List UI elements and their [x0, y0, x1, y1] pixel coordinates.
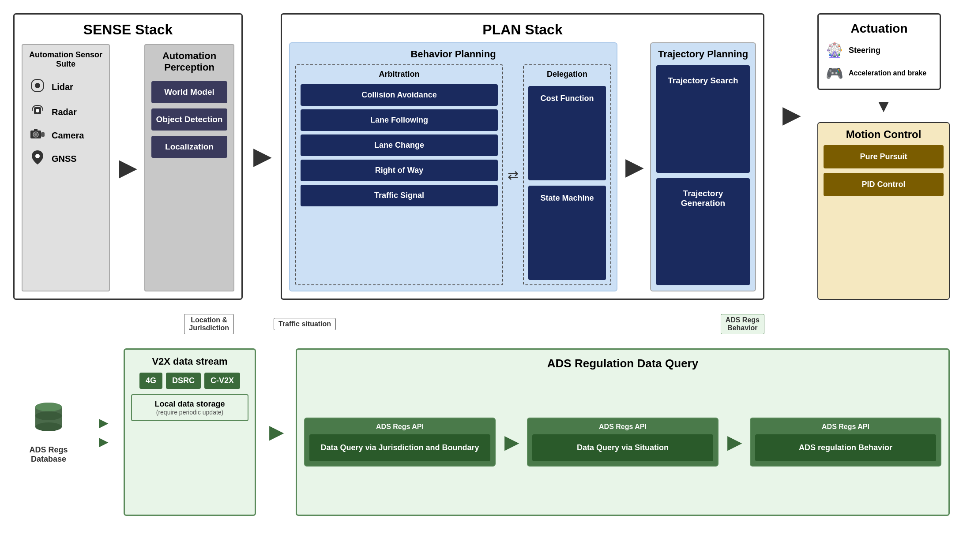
behavior-planning: Behavior Planning Arbitration Collision … — [289, 42, 617, 291]
object-detection: Object Detection — [151, 108, 227, 131]
local-storage: Local data storage (require periodic upd… — [131, 394, 248, 421]
plan-title: PLAN Stack — [289, 22, 756, 38]
steering-icon: 🎡 — [826, 42, 843, 59]
v2x-box: V2X data stream 4G DSRC C-V2X Local data… — [124, 348, 256, 516]
actuation-brake: 🎮 Acceleration and brake — [826, 65, 933, 82]
ads-api-2: ADS Regs API Data Query via Situation — [527, 418, 718, 467]
v2x-title: V2X data stream — [131, 356, 248, 367]
traffic-situation-label: Traffic situation — [274, 318, 336, 330]
perception-title: Automation Perception — [151, 50, 227, 73]
ads-api-3: ADS Regs API ADS regulation Behavior — [750, 418, 941, 467]
sensor-gnss: GNSS — [29, 149, 103, 168]
sense-inner: Automation Sensor Suite L — [22, 44, 234, 291]
plan-inner: Behavior Planning Arbitration Collision … — [289, 42, 756, 291]
sensor-camera: Camera — [29, 128, 103, 143]
camera-icon — [29, 128, 46, 143]
delegation-col: Delegation Cost Function State Machine — [523, 64, 611, 285]
deleg-cost-function: Cost Function — [528, 86, 606, 180]
svg-point-2 — [36, 109, 39, 112]
proto-cv2x: C-V2X — [204, 373, 240, 389]
db-v2x-arrow-bottom: ▶ — [99, 434, 109, 449]
api3-content: ADS regulation Behavior — [755, 434, 936, 461]
svg-point-11 — [35, 422, 62, 431]
ads-db: ADS RegsDatabase — [13, 348, 84, 516]
brake-label: Acceleration and brake — [849, 69, 926, 77]
db-icon — [33, 400, 64, 442]
sense-to-perception-arrow: ▶ — [117, 44, 137, 291]
lidar-icon — [29, 78, 46, 97]
sensor-suite: Automation Sensor Suite L — [22, 44, 110, 291]
local-storage-title: Local data storage — [136, 399, 243, 409]
svg-point-0 — [35, 83, 40, 88]
behavior-columns: Arbitration Collision Avoidance Lane Fol… — [295, 64, 611, 285]
traj-search: Trajectory Search — [656, 65, 750, 173]
gnss-label: GNSS — [52, 154, 77, 164]
svg-rect-7 — [41, 132, 45, 137]
trajectory-planning: Trajectory Planning Trajectory Search Tr… — [650, 42, 756, 291]
connector-row: Location &Jurisdiction Traffic situation… — [13, 309, 950, 340]
pure-pursuit: Pure Pursuit — [824, 145, 944, 168]
plan-actuation-arrow: ▶ — [781, 102, 801, 128]
sense-plan-arrow: ▶ — [252, 13, 272, 300]
main-container: SENSE Stack Automation Sensor Suite — [0, 0, 963, 560]
arbitration-col: Arbitration Collision Avoidance Lane Fol… — [295, 64, 503, 285]
behavior-traj-arrow: ▶ — [624, 42, 644, 291]
sensor-radar: Radar — [29, 103, 103, 122]
bottom-row: ADS RegsDatabase ▶ ▶ V2X data stream 4G … — [13, 348, 950, 516]
steering-label: Steering — [849, 46, 880, 55]
world-model: World Model — [151, 81, 227, 103]
actuation-items: 🎡 Steering 🎮 Acceleration and brake — [826, 42, 933, 82]
ads-db-label: ADS RegsDatabase — [29, 445, 68, 464]
behavior-planning-title: Behavior Planning — [295, 49, 611, 60]
arb-collision: Collision Avoidance — [301, 84, 498, 106]
arbitration-title: Arbitration — [301, 70, 498, 79]
api1-api2-arrow: ▶ — [504, 432, 518, 452]
location-jurisdiction-label: Location &Jurisdiction — [184, 314, 234, 334]
sense-stack: SENSE Stack Automation Sensor Suite — [13, 13, 243, 300]
proto-4g: 4G — [139, 373, 162, 389]
sensor-suite-title: Automation Sensor Suite — [29, 50, 103, 69]
sense-title: SENSE Stack — [22, 22, 234, 38]
api2-label: ADS Regs API — [532, 423, 713, 431]
api1-label: ADS Regs API — [309, 423, 490, 431]
sensor-lidar: Lidar — [29, 78, 103, 97]
arb-right-of-way: Right of Way — [301, 160, 498, 181]
ads-regs-behavior-label: ADS RegsBehavior — [721, 314, 764, 334]
v2x-protocols: 4G DSRC C-V2X — [131, 373, 248, 389]
deleg-state-machine: State Machine — [528, 186, 606, 280]
svg-point-12 — [35, 411, 62, 420]
ads-reg-items: ADS Regs API Data Query via Jurisdiction… — [304, 377, 941, 508]
motion-control: Motion Control Pure Pursuit PID Control — [817, 122, 950, 300]
svg-point-8 — [35, 154, 40, 158]
api3-label: ADS Regs API — [755, 423, 936, 431]
svg-point-13 — [35, 403, 62, 411]
proto-dsrc: DSRC — [166, 373, 201, 389]
actuation-title: Actuation — [826, 22, 933, 36]
brake-icon: 🎮 — [826, 65, 843, 82]
local-storage-sub: (require periodic update) — [136, 409, 243, 416]
ads-regulation: ADS Regulation Data Query ADS Regs API D… — [296, 348, 950, 516]
arb-lane-following: Lane Following — [301, 109, 498, 131]
v2x-adsreg-arrow: ▶ — [269, 422, 283, 442]
radar-icon — [29, 103, 46, 122]
actuation-down-arrow: ▼ — [817, 96, 950, 116]
localization: Localization — [151, 136, 227, 158]
pid-control: PID Control — [824, 173, 944, 196]
arb-deleg-arrow: ⇄ — [508, 64, 519, 285]
lidar-label: Lidar — [52, 82, 73, 92]
actuation-box: Actuation 🎡 Steering 🎮 Acceleration and … — [817, 13, 941, 90]
db-v2x-arrow-top: ▶ — [99, 415, 109, 430]
arb-traffic-signal: Traffic Signal — [301, 185, 498, 206]
motion-title: Motion Control — [824, 128, 944, 141]
api2-content: Data Query via Situation — [532, 434, 713, 461]
trajectory-title: Trajectory Planning — [656, 49, 750, 60]
plan-stack: PLAN Stack Behavior Planning Arbitration… — [281, 13, 764, 300]
traj-items: Trajectory Search Trajectory Generation — [656, 65, 750, 285]
arb-lane-change: Lane Change — [301, 134, 498, 156]
top-row: SENSE Stack Automation Sensor Suite — [13, 13, 950, 300]
camera-label: Camera — [52, 131, 84, 141]
traj-generation: Trajectory Generation — [656, 178, 750, 286]
gnss-icon — [29, 149, 46, 168]
svg-point-5 — [34, 133, 37, 136]
svg-rect-6 — [34, 129, 38, 131]
